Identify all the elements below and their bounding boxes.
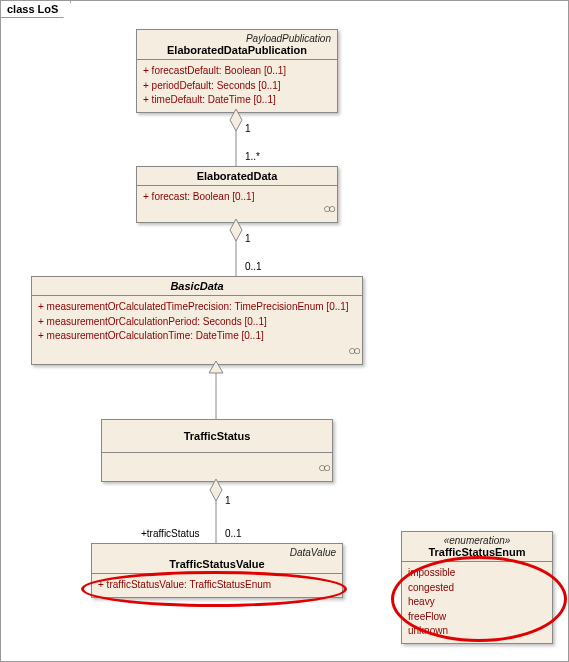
attribute: + forecastDefault: Boolean [0..1] xyxy=(143,64,331,79)
class-name: BasicData xyxy=(38,280,356,292)
enum-value: impossible xyxy=(408,566,546,581)
stereotype-label: PayloadPublication xyxy=(143,33,331,44)
multiplicity: 1 xyxy=(225,495,231,506)
multiplicity: 0..1 xyxy=(225,528,242,539)
class-body: + forecast: Boolean [0..1] ○○ xyxy=(137,186,337,222)
frame-label: class LoS xyxy=(1,1,71,18)
extension-marker-icon: ○○ xyxy=(348,342,358,361)
class-header: PayloadPublication ElaboratedDataPublica… xyxy=(137,30,337,60)
class-body: + forecastDefault: Boolean [0..1] + peri… xyxy=(137,60,337,112)
enum-value: heavy xyxy=(408,595,546,610)
extension-marker-icon: ○○ xyxy=(323,200,333,219)
stereotype-label: «enumeration» xyxy=(408,535,546,546)
class-header: DataValue TrafficStatusValue xyxy=(92,544,342,574)
svg-marker-7 xyxy=(210,479,222,501)
multiplicity: 1 xyxy=(245,233,251,244)
attribute: + periodDefault: Seconds [0..1] xyxy=(143,79,331,94)
class-basic-data: BasicData + measurementOrCalculatedTimeP… xyxy=(31,276,363,365)
role-name: +trafficStatus xyxy=(141,528,199,539)
stereotype-label: DataValue xyxy=(98,547,336,558)
class-body: ○○ xyxy=(102,453,332,481)
enum-value: congested xyxy=(408,581,546,596)
class-name: TrafficStatusEnum xyxy=(408,546,546,558)
class-header: ElaboratedData xyxy=(137,167,337,186)
attribute: + timeDefault: DateTime [0..1] xyxy=(143,93,331,108)
class-traffic-status: TrafficStatus ○○ xyxy=(101,419,333,482)
class-header: BasicData xyxy=(32,277,362,296)
enum-value: unknown xyxy=(408,624,546,639)
enum-value: freeFlow xyxy=(408,610,546,625)
attribute: + measurementOrCalculationPeriod: Second… xyxy=(38,315,356,330)
class-elaborated-data: ElaboratedData + forecast: Boolean [0..1… xyxy=(136,166,338,223)
attribute: + forecast: Boolean [0..1] xyxy=(143,190,331,205)
multiplicity: 0..1 xyxy=(245,261,262,272)
class-body: + trafficStatusValue: TrafficStatusEnum xyxy=(92,574,342,597)
diagram-frame: class LoS PayloadPublication ElaboratedD… xyxy=(0,0,569,662)
class-traffic-status-enum: «enumeration» TrafficStatusEnum impossib… xyxy=(401,531,553,644)
class-name: ElaboratedData xyxy=(143,170,331,182)
attribute: + measurementOrCalculatedTimePrecision: … xyxy=(38,300,356,315)
class-name: ElaboratedDataPublication xyxy=(143,44,331,56)
class-name: TrafficStatusValue xyxy=(98,558,336,570)
class-name: TrafficStatus xyxy=(108,430,326,442)
multiplicity: 1..* xyxy=(245,151,260,162)
class-traffic-status-value: DataValue TrafficStatusValue + trafficSt… xyxy=(91,543,343,598)
class-header: TrafficStatus xyxy=(102,420,332,453)
class-elaborated-data-publication: PayloadPublication ElaboratedDataPublica… xyxy=(136,29,338,113)
attribute: + measurementOrCalculationTime: DateTime… xyxy=(38,329,356,344)
class-header: «enumeration» TrafficStatusEnum xyxy=(402,532,552,562)
attribute: + trafficStatusValue: TrafficStatusEnum xyxy=(98,578,336,593)
class-body: impossible congested heavy freeFlow unkn… xyxy=(402,562,552,643)
multiplicity: 1 xyxy=(245,123,251,134)
class-body: + measurementOrCalculatedTimePrecision: … xyxy=(32,296,362,364)
extension-marker-icon: ○○ xyxy=(318,459,328,478)
